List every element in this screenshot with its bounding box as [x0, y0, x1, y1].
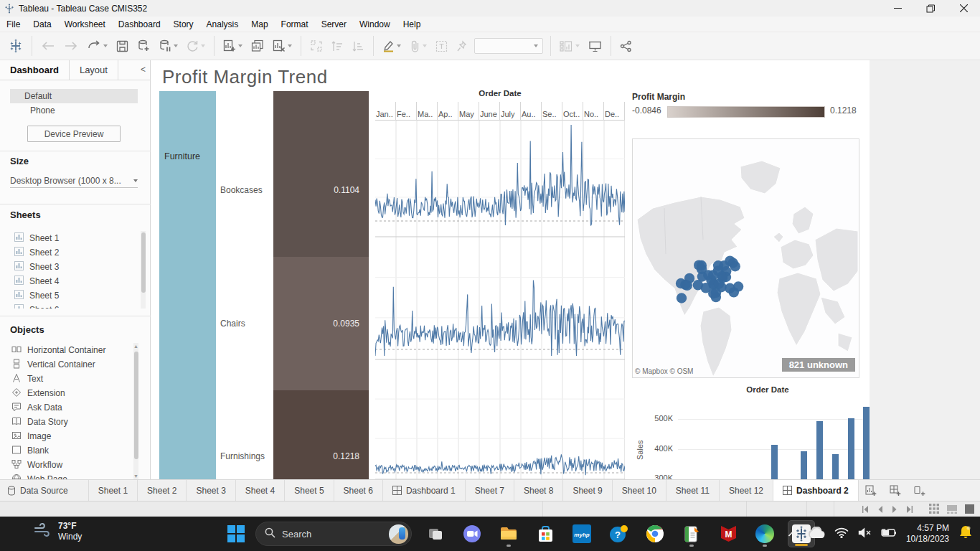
object-item-horizontal-container[interactable]: Horizontal Container: [0, 343, 132, 357]
menu-item-file[interactable]: File: [0, 17, 27, 32]
new-worksheet-tab-button[interactable]: [859, 480, 883, 501]
tab-sheet-10[interactable]: Sheet 10: [613, 480, 666, 501]
sales-bar-chart[interactable]: Order Date Sales 500K 400K 300K: [631, 385, 870, 479]
tab-sheet-9[interactable]: Sheet 9: [563, 480, 612, 501]
sales-bar[interactable]: [771, 445, 778, 479]
device-preview-button[interactable]: Device Preview: [27, 126, 121, 142]
tab-sheet-6[interactable]: Sheet 6: [334, 480, 383, 501]
tab-sheet-2[interactable]: Sheet 2: [138, 480, 187, 501]
month-header-cell[interactable]: No..: [583, 102, 604, 121]
new-data-source-button[interactable]: [133, 35, 154, 57]
pin-button[interactable]: [452, 35, 471, 57]
sheet-list-item[interactable]: Sheet 2: [0, 245, 141, 260]
last-page-icon[interactable]: [905, 504, 914, 517]
map-marker[interactable]: [730, 261, 740, 271]
object-item-ask-data[interactable]: Ask Data: [0, 400, 132, 415]
swap-rows-columns-button[interactable]: [306, 35, 327, 57]
map-marker[interactable]: [677, 293, 687, 303]
menu-item-map[interactable]: Map: [245, 17, 274, 32]
file-explorer-icon[interactable]: [495, 520, 522, 547]
weather-widget[interactable]: 73°FWindy: [33, 521, 82, 542]
object-item-text[interactable]: Text: [0, 372, 132, 386]
tab-sheet-12[interactable]: Sheet 12: [720, 480, 773, 501]
sales-bar[interactable]: [848, 418, 854, 479]
task-view-icon[interactable]: [422, 520, 449, 547]
search-daily-image[interactable]: [389, 524, 408, 544]
start-button[interactable]: [225, 523, 247, 545]
sort-ascending-button[interactable]: [327, 35, 348, 57]
clear-sheet-button[interactable]: [268, 35, 296, 57]
share-button[interactable]: [616, 35, 636, 57]
object-item-extension[interactable]: Extension: [0, 386, 132, 400]
sheet-list-item[interactable]: Sheet 5: [0, 288, 141, 303]
presentation-mode-button[interactable]: [584, 35, 606, 57]
tab-sheet-11[interactable]: Sheet 11: [666, 480, 720, 501]
object-item-vertical-container[interactable]: Vertical Container: [0, 357, 132, 372]
pause-updates-button[interactable]: [154, 35, 182, 57]
month-header-cell[interactable]: May: [458, 102, 479, 121]
device-mode-default[interactable]: Default: [10, 89, 138, 103]
battery-pen-icon[interactable]: [881, 527, 897, 541]
show-tabs-icon[interactable]: [929, 504, 939, 517]
map-marker[interactable]: [714, 279, 724, 289]
line-chart-plot[interactable]: [375, 121, 625, 479]
objects-scrollbar[interactable]: ▲ ▼: [133, 343, 138, 479]
prev-page-icon[interactable]: [877, 504, 884, 517]
month-header-cell[interactable]: Ap..: [438, 102, 458, 121]
menu-item-help[interactable]: Help: [397, 17, 428, 32]
tab-dashboard[interactable]: Dashboard: [0, 60, 69, 80]
month-header-cell[interactable]: July: [500, 102, 521, 121]
restore-button[interactable]: [914, 0, 947, 17]
attach-button[interactable]: [405, 35, 431, 57]
wifi-icon[interactable]: [834, 527, 849, 541]
menu-item-dashboard[interactable]: Dashboard: [112, 17, 167, 32]
new-worksheet-button[interactable]: [219, 35, 247, 57]
tab-sheet-3[interactable]: Sheet 3: [187, 480, 235, 501]
map-marker[interactable]: [711, 288, 721, 298]
sheet-list-item[interactable]: Sheet 1: [0, 231, 141, 245]
notification-bell-icon[interactable]: [958, 524, 973, 543]
redo-button[interactable]: [60, 35, 83, 57]
month-header-cell[interactable]: Se..: [542, 102, 562, 121]
menu-item-window[interactable]: Window: [353, 17, 397, 32]
menu-item-data[interactable]: Data: [27, 17, 57, 32]
object-item-data-story[interactable]: Data Story: [0, 415, 132, 429]
sales-bar[interactable]: [816, 421, 823, 479]
search-box[interactable]: Search: [255, 522, 412, 546]
sheet-list-item[interactable]: Sheet 6: [0, 303, 141, 309]
highlight-button[interactable]: [378, 35, 405, 57]
sheets-scrollbar[interactable]: [141, 231, 146, 309]
collapse-pane-icon[interactable]: <: [141, 65, 146, 75]
object-item-web-page[interactable]: Web Page: [0, 472, 132, 479]
map-marker[interactable]: [682, 281, 692, 291]
month-header-cell[interactable]: Au..: [521, 102, 542, 121]
tab-dashboard-2[interactable]: Dashboard 2: [773, 480, 859, 501]
chrome-icon[interactable]: [641, 520, 669, 547]
month-header-cell[interactable]: June: [479, 102, 500, 121]
onedrive-icon[interactable]: [806, 527, 825, 542]
first-page-icon[interactable]: [861, 504, 870, 517]
sheet-list-item[interactable]: Sheet 4: [0, 274, 141, 288]
object-item-image[interactable]: Image: [0, 429, 132, 443]
menu-item-worksheet[interactable]: Worksheet: [58, 17, 112, 32]
close-button[interactable]: [947, 0, 980, 17]
month-header-cell[interactable]: Jan..: [375, 102, 396, 121]
month-header-cell[interactable]: De..: [604, 102, 625, 121]
volume-muted-icon[interactable]: [858, 527, 872, 541]
map-marker[interactable]: [729, 287, 739, 297]
month-header-cell[interactable]: Oct..: [562, 102, 583, 121]
tab-layout[interactable]: Layout: [69, 60, 118, 80]
save-button[interactable]: [112, 35, 133, 57]
edge-icon[interactable]: [751, 520, 778, 547]
sort-descending-button[interactable]: [348, 35, 369, 57]
notes-app-icon[interactable]: [678, 520, 705, 547]
tableau-home-button[interactable]: [4, 35, 27, 57]
world-map[interactable]: © Mapbox © OSM 821 unknown: [632, 138, 859, 378]
cell-size-button[interactable]: [555, 35, 584, 57]
menu-item-story[interactable]: Story: [167, 17, 200, 32]
month-header-cell[interactable]: Fe..: [396, 102, 417, 121]
minimize-button[interactable]: [881, 0, 914, 17]
tab-sheet-4[interactable]: Sheet 4: [236, 480, 285, 501]
replay-button[interactable]: [83, 35, 112, 57]
sales-bar[interactable]: [863, 407, 870, 479]
